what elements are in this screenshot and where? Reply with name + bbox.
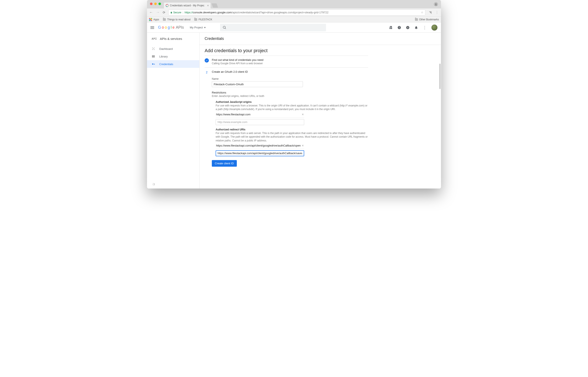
svg-rect-16 <box>153 64 155 64</box>
apps-grid-icon <box>149 18 152 21</box>
api-logo-icon: API <box>152 37 157 40</box>
window-controls[interactable] <box>150 2 161 5</box>
collapse-sidebar-icon[interactable]: 〈I <box>151 183 155 186</box>
sidebar-item-dashboard[interactable]: Dashboard <box>147 45 199 53</box>
svg-rect-11 <box>152 55 153 58</box>
restrictions-heading: Restrictions <box>212 91 368 94</box>
name-field-label: Name <box>212 77 368 80</box>
logo-suffix: APIs <box>176 25 184 30</box>
svg-point-15 <box>152 63 153 64</box>
svg-point-7 <box>154 48 155 48</box>
svg-point-6 <box>152 48 153 48</box>
remove-entry-icon[interactable]: × <box>302 113 304 117</box>
chrome-menu-icon[interactable]: ⋮ <box>435 10 439 14</box>
page-heading: Add credentials to your project <box>205 48 368 53</box>
address-bar[interactable]: Secure | https://console.developers.goog… <box>168 10 425 15</box>
redirect-uri-input[interactable] <box>216 150 304 156</box>
step2-title: Create an OAuth 2.0 client ID <box>212 70 248 73</box>
extension-icon[interactable]: ◥ <box>428 10 432 14</box>
js-origin-input[interactable] <box>216 119 304 125</box>
browser-tab[interactable]: Credentials wizard - My Projec × <box>164 2 211 9</box>
overflow-menu-icon[interactable]: ⋮ <box>423 25 427 30</box>
sidebar-section-title[interactable]: API APIs & services <box>147 33 199 45</box>
svg-rect-3 <box>399 28 399 29</box>
svg-point-8 <box>153 48 154 49</box>
scrollbar[interactable] <box>439 64 441 89</box>
redirect-uris-title: Authorized redirect URIs <box>216 128 368 131</box>
dashboard-icon <box>152 47 155 50</box>
search-input[interactable] <box>220 24 326 31</box>
step1-subtitle: Calling Google Drive API from a web brow… <box>212 62 264 65</box>
folder-icon <box>163 18 166 21</box>
js-origin-entry: https://www.filestackapi.com × <box>216 111 304 118</box>
sidebar-item-library[interactable]: Library <box>147 53 199 60</box>
svg-point-9 <box>152 49 153 50</box>
sidebar: API APIs & services Dashboard Library C <box>147 33 200 188</box>
step2-number: 2 <box>205 70 209 74</box>
folder-icon <box>194 18 197 21</box>
bookmark-label: FILESTACK <box>199 18 212 21</box>
remove-entry-icon[interactable]: × <box>302 144 304 148</box>
bookmark-label: Things to read about <box>167 18 190 21</box>
sidebar-item-credentials[interactable]: Credentials <box>147 60 199 68</box>
secure-label: Secure <box>173 11 181 14</box>
browser-tabstrip: Credentials wizard - My Projec × <box>147 0 441 9</box>
account-avatar[interactable] <box>431 24 438 31</box>
folder-icon <box>415 18 418 21</box>
svg-point-10 <box>154 49 155 50</box>
apps-label: Apps <box>153 18 159 21</box>
bookmark-folder[interactable]: Things to read about <box>163 18 190 21</box>
js-origins-help: For use with requests from a browser. Th… <box>216 104 368 111</box>
project-name: My Project <box>190 26 203 29</box>
redirect-uri-value: https://www.filestackapi.com/api/client/… <box>216 144 301 147</box>
project-selector[interactable]: My Project ▾ <box>188 24 208 30</box>
step-2: 2 Create an OAuth 2.0 client ID Name Res… <box>205 68 368 169</box>
tab-title: Credentials wizard - My Projec <box>170 4 204 7</box>
create-client-id-button[interactable]: Create client ID <box>212 160 237 167</box>
secure-indicator: Secure <box>170 11 181 14</box>
page-title: Credentials <box>200 33 441 45</box>
step-1[interactable]: Find out what kind of credentials you ne… <box>205 56 368 68</box>
notifications-icon[interactable] <box>414 26 418 29</box>
new-tab-button[interactable] <box>211 3 218 8</box>
browser-toolbar: ← → ⟳ Secure | https://console.developer… <box>147 9 441 17</box>
check-circle-icon <box>205 58 209 63</box>
other-bookmarks-label: Other Bookmarks <box>419 18 439 21</box>
alert-icon[interactable] <box>397 26 401 29</box>
gift-icon[interactable] <box>389 26 393 29</box>
main-content: Credentials Add credentials to your proj… <box>200 33 441 188</box>
svg-rect-17 <box>154 64 154 64</box>
key-icon <box>152 62 155 66</box>
dropdown-caret-icon: ▾ <box>204 26 206 29</box>
search-icon <box>223 26 226 29</box>
close-window-icon[interactable] <box>150 2 153 5</box>
chrome-profile-icon[interactable] <box>434 2 438 6</box>
app-header: Google APIs My Project ▾ ? ⋮ <box>147 23 441 33</box>
restrictions-help: Enter JavaScript origins, redirect URIs,… <box>212 94 368 97</box>
sidebar-item-label: Dashboard <box>159 47 173 50</box>
sidebar-item-label: Credentials <box>159 63 173 66</box>
step1-title: Find out what kind of credentials you ne… <box>212 58 264 61</box>
reload-button[interactable]: ⟳ <box>163 11 166 14</box>
google-apis-logo[interactable]: Google APIs <box>158 25 184 30</box>
apps-shortcut[interactable]: Apps <box>149 18 159 21</box>
svg-rect-2 <box>399 26 399 28</box>
svg-rect-12 <box>153 55 153 58</box>
maximize-window-icon[interactable] <box>158 2 161 5</box>
close-tab-icon[interactable]: × <box>207 4 209 7</box>
js-origins-title: Authorized JavaScript origins <box>216 101 368 104</box>
other-bookmarks[interactable]: Other Bookmarks <box>415 18 439 21</box>
tab-favicon <box>166 4 169 7</box>
name-input[interactable] <box>212 81 303 87</box>
help-icon[interactable]: ? <box>406 26 410 29</box>
back-button[interactable]: ← <box>149 10 153 15</box>
redirect-uri-entry: https://www.filestackapi.com/api/client/… <box>216 142 304 149</box>
js-origin-value: https://www.filestackapi.com <box>216 113 251 116</box>
minimize-window-icon[interactable] <box>154 2 157 5</box>
bookmarks-bar: Apps Things to read about FILESTACK Othe… <box>147 17 441 23</box>
bookmark-star-icon[interactable]: ☆ <box>421 11 423 14</box>
svg-text:?: ? <box>407 26 408 29</box>
forward-button[interactable]: → <box>156 10 160 15</box>
nav-menu-icon[interactable] <box>150 26 154 29</box>
bookmark-folder[interactable]: FILESTACK <box>194 18 212 21</box>
